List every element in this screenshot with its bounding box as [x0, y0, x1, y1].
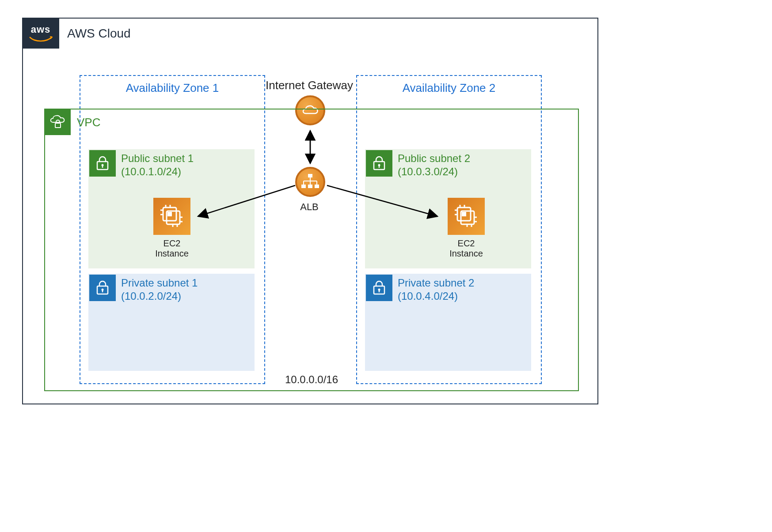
subnet-cidr: (10.0.1.0/24) — [121, 165, 194, 178]
lock-icon — [89, 275, 116, 301]
subnet-cidr: (10.0.3.0/24) — [398, 165, 470, 178]
lock-icon — [366, 275, 392, 301]
subnet-name: Public subnet 1 — [121, 152, 194, 165]
ec2-label: EC2 Instance — [148, 238, 196, 259]
az2-label: Availability Zone 2 — [357, 81, 541, 95]
az1-label: Availability Zone 1 — [80, 81, 264, 95]
subnet-name: Private subnet 1 — [121, 276, 198, 290]
aws-logo-badge: aws — [22, 18, 59, 49]
svg-rect-7 — [301, 185, 306, 188]
aws-logo-text: aws — [31, 24, 51, 35]
public-subnet-2: Public subnet 2 (10.0.3.0/24) — [365, 149, 531, 268]
svg-rect-8 — [308, 185, 312, 188]
private-subnet-2-text: Private subnet 2 (10.0.4.0/24) — [398, 275, 474, 303]
svg-point-25 — [102, 289, 104, 291]
subnet-name: Public subnet 2 — [398, 152, 470, 165]
private-subnet-1-text: Private subnet 1 (10.0.2.0/24) — [121, 275, 198, 303]
aws-cloud-title: AWS Cloud — [67, 26, 131, 41]
alb-icon — [295, 167, 325, 197]
ec2-chip-icon — [153, 198, 190, 235]
lock-icon — [366, 150, 392, 177]
ec2-chip-icon — [448, 198, 485, 235]
svg-point-11 — [102, 164, 104, 166]
vpc-title: VPC — [77, 116, 100, 129]
private-subnet-2: Private subnet 2 (10.0.4.0/24) — [365, 274, 531, 371]
ec2-instance-1: EC2 Instance — [148, 198, 196, 259]
svg-point-42 — [378, 289, 380, 291]
aws-smile-icon — [29, 36, 53, 42]
lock-icon — [89, 150, 116, 177]
svg-rect-32 — [462, 212, 466, 216]
public-subnet-2-text: Public subnet 2 (10.0.3.0/24) — [398, 150, 470, 178]
public-subnet-1-text: Public subnet 1 (10.0.1.0/24) — [121, 150, 194, 178]
alb-label: ALB — [287, 201, 331, 213]
ec2-instance-2: EC2 Instance — [442, 198, 491, 259]
svg-rect-9 — [315, 185, 319, 188]
subnet-name: Private subnet 2 — [398, 276, 474, 290]
svg-point-28 — [378, 164, 380, 166]
svg-rect-15 — [167, 212, 172, 216]
vpc-badge-icon — [44, 109, 71, 135]
svg-rect-0 — [55, 123, 61, 128]
ec2-label: EC2 Instance — [442, 238, 491, 259]
svg-rect-1 — [308, 174, 312, 177]
private-subnet-1: Private subnet 1 (10.0.2.0/24) — [88, 274, 255, 371]
subnet-cidr: (10.0.2.0/24) — [121, 290, 198, 303]
public-subnet-1: Public subnet 1 (10.0.1.0/24) — [88, 149, 255, 268]
diagram-canvas: aws AWS Cloud Availability Zone 1 Availa… — [22, 18, 598, 404]
subnet-cidr: (10.0.4.0/24) — [398, 290, 474, 303]
vpc-cidr: 10.0.0.0/16 — [45, 374, 578, 386]
internet-gateway-label: Internet Gateway — [252, 79, 367, 92]
